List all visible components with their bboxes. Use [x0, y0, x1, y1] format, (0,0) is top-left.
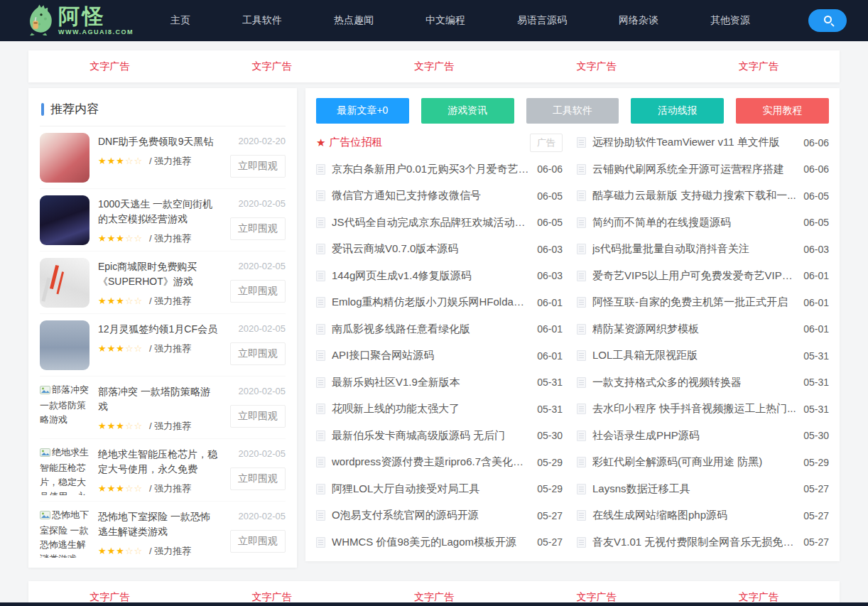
article-row[interactable]: 音友V1.01 无视付费限制全网音乐无损免费... 05-27: [577, 529, 829, 556]
recommended-item-title[interactable]: 绝地求生智能压枪芯片，稳定大号使用，永久免费: [98, 447, 219, 477]
recommended-item-title[interactable]: DNF助手免费领取9天黑钻: [98, 134, 219, 149]
category-tab-button[interactable]: 最新文章+0: [316, 98, 409, 124]
article-title[interactable]: API接口聚合网站源码: [332, 349, 530, 362]
article-row[interactable]: js代码批量批量自动取消抖音关注 06-03: [577, 236, 829, 263]
article-title[interactable]: 音友V1.01 无视付费限制全网音乐无损免费...: [592, 536, 796, 549]
view-now-button[interactable]: 立即围观: [230, 342, 286, 365]
article-row[interactable]: wordpress资源付费主题ripro6.7含美化包... 05-29: [316, 449, 563, 476]
text-ad-link[interactable]: 文字广告: [28, 591, 190, 604]
article-row[interactable]: 最新伯乐发卡商城高级版源码 无后门 05-30: [316, 423, 563, 450]
article-title[interactable]: 精防某资源网织梦模板: [592, 323, 796, 336]
article-row[interactable]: Laysns数据迁移工具 05-27: [577, 476, 829, 503]
recommended-item[interactable]: Epic商城限时免费购买《SUPERHOT》游戏 Epic商城限时免费购买《SU…: [40, 251, 286, 314]
site-logo[interactable]: 阿怪 WWW.AGUAI8.COM: [20, 3, 134, 38]
category-tab-button[interactable]: 实用教程: [736, 98, 829, 124]
text-ad-link[interactable]: 文字广告: [515, 60, 677, 73]
view-now-button[interactable]: 立即围观: [230, 280, 286, 303]
text-ad-link[interactable]: 文字广告: [353, 591, 515, 604]
ad-slot-row[interactable]: ★ 广告位招租 广告: [316, 129, 563, 156]
article-row[interactable]: 社会语录生成PHP源码 05-30: [577, 423, 829, 450]
nav-item[interactable]: 热点趣闻: [334, 0, 374, 41]
article-title[interactable]: 去水印小程序 快手抖音视频搬运工上热门...: [592, 402, 796, 416]
article-title[interactable]: 在线生成网站缩略图php源码: [592, 509, 796, 522]
article-row[interactable]: 京东白条新用户0.01元购买3个月爱奇艺黄... 06-06: [316, 156, 563, 183]
article-row[interactable]: 在线生成网站缩略图php源码 05-27: [577, 502, 829, 529]
article-title[interactable]: 花呗新上线的功能太强大了: [332, 402, 530, 416]
view-now-button[interactable]: 立即围观: [230, 405, 286, 428]
article-title[interactable]: 最新伯乐发卡商城高级版源码 无后门: [332, 429, 530, 443]
article-row[interactable]: 远程协助软件TeamViewer v11 单文件版 06-06: [577, 129, 829, 156]
article-title[interactable]: Laysns数据迁移工具: [592, 482, 796, 496]
article-row[interactable]: JS代码全自动完成京东品牌狂欢城活动任务 06-05: [316, 210, 563, 237]
article-row[interactable]: API接口聚合网站源码 06-01: [316, 342, 563, 369]
article-title[interactable]: 京东白条新用户0.01元购买3个月爱奇艺黄...: [332, 163, 530, 176]
recommended-item-title[interactable]: 部落冲突 一款塔防策略游戏: [98, 384, 219, 414]
article-title[interactable]: 144g网页生成v1.4修复版源码: [332, 269, 530, 283]
nav-item[interactable]: 网络杂谈: [619, 0, 658, 41]
article-title[interactable]: js代码批量批量自动取消抖音关注: [592, 242, 796, 256]
category-tab-button[interactable]: 工具软件: [526, 98, 619, 124]
article-row[interactable]: WHMCS 价值98美元的Lagom模板开源 05-27: [316, 529, 563, 556]
article-title[interactable]: LOL工具箱无限视距版: [592, 349, 796, 362]
recommended-item-title[interactable]: 12月灵狐签约领1月CF会员: [98, 322, 219, 337]
recommended-item-title[interactable]: Epic商城限时免费购买《SUPERHOT》游戏: [98, 259, 219, 289]
nav-item[interactable]: 主页: [170, 0, 190, 41]
article-title[interactable]: 简约而不简单的在线搜题源码: [592, 216, 796, 229]
nav-item[interactable]: 中文编程: [425, 0, 465, 41]
text-ad-link[interactable]: 文字广告: [353, 60, 515, 73]
text-ad-link[interactable]: 文字广告: [190, 60, 352, 73]
recommended-item[interactable]: 绝地求生智能压枪芯片，稳定大号使用，永久免费 绝地求生智能压枪芯片，稳定大号使用…: [40, 439, 286, 502]
article-title[interactable]: 微信官方通知已支持修改微信号: [332, 189, 530, 202]
article-title[interactable]: O泡易支付系统官网的源码开源: [332, 509, 530, 522]
recommended-item[interactable]: 部落冲突 一款塔防策略游戏 部落冲突 一款塔防策略游戏 ★★★☆☆ / 强力推荐…: [40, 377, 286, 439]
article-title[interactable]: 一款支持格式众多的视频转换器: [592, 376, 796, 389]
nav-item[interactable]: 工具软件: [242, 0, 282, 41]
article-title[interactable]: 爱奇艺VIP5以上用户可免费发爱奇艺VIP红包: [592, 269, 796, 283]
recommended-item[interactable]: 1000天逃生 一款空间街机的太空模拟经营游戏 1000天逃生 一款空间街机的太…: [40, 189, 286, 251]
search-button[interactable]: [808, 9, 847, 32]
article-row[interactable]: 云铺购代刷网系统全开源可运营程序搭建 06-06: [577, 156, 829, 183]
article-title[interactable]: 云铺购代刷网系统全开源可运营程序搭建: [592, 163, 796, 176]
article-title[interactable]: 彩虹代刷全解源码(可商业用途 防黑): [592, 455, 796, 469]
article-title[interactable]: 社会语录生成PHP源码: [592, 429, 796, 443]
article-title[interactable]: JS代码全自动完成京东品牌狂欢城活动任务: [332, 216, 530, 229]
ad-slot-label[interactable]: 广告位招租: [329, 136, 530, 149]
recommended-item[interactable]: 恐怖地下室探险 一款恐怖逃生解谜类游戏 恐怖地下室探险 一款恐怖逃生解谜类游戏 …: [40, 502, 286, 563]
recommended-item[interactable]: 12月灵狐签约领1月CF会员 12月灵狐签约领1月CF会员 ★★★☆☆ / 强力…: [40, 314, 286, 377]
nav-item[interactable]: 其他资源: [710, 0, 750, 41]
article-row[interactable]: 144g网页生成v1.4修复版源码 06-03: [316, 263, 563, 290]
article-title[interactable]: 阿怪互联-自家的免费主机第一批正式开启: [592, 296, 796, 309]
text-ad-link[interactable]: 文字广告: [28, 60, 190, 73]
article-row[interactable]: LOL工具箱无限视距版 05-31: [577, 342, 829, 369]
article-row[interactable]: 阿狸LOL大厅自动接受对局工具 05-29: [316, 476, 563, 503]
text-ad-link[interactable]: 文字广告: [678, 60, 840, 73]
article-row[interactable]: 最新乐购社区V1.9全新版本 05-31: [316, 369, 563, 396]
category-tab-button[interactable]: 游戏资讯: [421, 98, 514, 124]
view-now-button[interactable]: 立即围观: [230, 155, 286, 178]
article-row[interactable]: 一款支持格式众多的视频转换器 05-31: [577, 369, 829, 396]
article-title[interactable]: 南瓜影视多线路任意看绿化版: [332, 323, 530, 336]
article-title[interactable]: wordpress资源付费主题ripro6.7含美化包...: [332, 455, 530, 469]
text-ad-link[interactable]: 文字广告: [515, 591, 677, 604]
text-ad-link[interactable]: 文字广告: [678, 591, 840, 604]
recommended-item-title[interactable]: 1000天逃生 一款空间街机的太空模拟经营游戏: [98, 197, 219, 227]
article-row[interactable]: 南瓜影视多线路任意看绿化版 06-01: [316, 316, 563, 343]
article-row[interactable]: 爱奇艺VIP5以上用户可免费发爱奇艺VIP红包 06-01: [577, 263, 829, 290]
article-title[interactable]: 阿狸LOL大厅自动接受对局工具: [332, 482, 530, 496]
article-title[interactable]: 远程协助软件TeamViewer v11 单文件版: [592, 136, 796, 149]
recommended-item[interactable]: DNF助手免费领取9天黑钻 DNF助手免费领取9天黑钻 ★★★☆☆ / 强力推荐…: [40, 126, 286, 189]
article-title[interactable]: 最新乐购社区V1.9全新版本: [332, 376, 530, 389]
article-row[interactable]: 爱讯云商城V0.7.0版本源码 06-03: [316, 236, 563, 263]
article-row[interactable]: 精防某资源网织梦模板 06-01: [577, 316, 829, 343]
article-row[interactable]: 去水印小程序 快手抖音视频搬运工上热门... 05-31: [577, 396, 829, 423]
article-title[interactable]: 酷享磁力云最新版 支持磁力搜索下载和一...: [592, 189, 796, 202]
article-row[interactable]: 微信官方通知已支持修改微信号 06-05: [316, 183, 563, 210]
article-row[interactable]: 花呗新上线的功能太强大了 05-31: [316, 396, 563, 423]
view-now-button[interactable]: 立即围观: [230, 467, 286, 490]
article-row[interactable]: 彩虹代刷全解源码(可商业用途 防黑) 05-29: [577, 449, 829, 476]
recommended-item-title[interactable]: 恐怖地下室探险 一款恐怖逃生解谜类游戏: [98, 509, 219, 539]
nav-item[interactable]: 易语言源码: [517, 0, 567, 41]
article-title[interactable]: 爱讯云商城V0.7.0版本源码: [332, 242, 530, 256]
article-row[interactable]: 酷享磁力云最新版 支持磁力搜索下载和一... 06-05: [577, 183, 829, 210]
category-tab-button[interactable]: 活动线报: [631, 98, 724, 124]
